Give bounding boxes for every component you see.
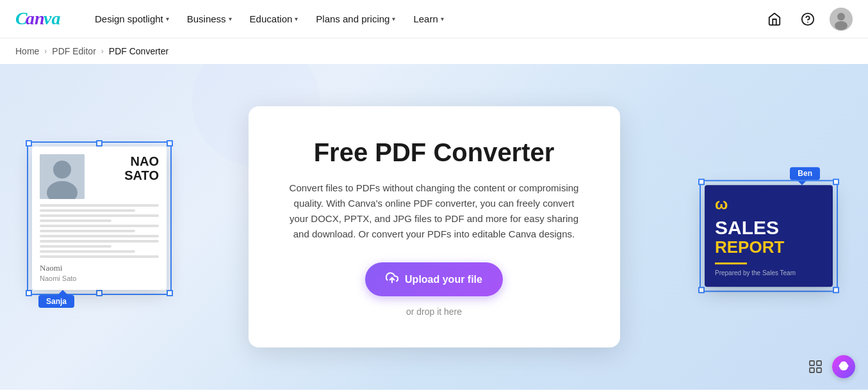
breadcrumb-current: PDF Converter: [109, 46, 168, 56]
breadcrumb-separator-2: ›: [101, 47, 104, 56]
pages-icon-button[interactable]: [804, 355, 827, 378]
breadcrumb-separator: ›: [44, 47, 47, 56]
nav-item-education[interactable]: Education ▾: [242, 8, 306, 29]
nav-item-plans-pricing[interactable]: Plans and pricing ▾: [308, 8, 403, 29]
svg-point-9: [53, 161, 71, 179]
home-button[interactable]: [763, 8, 786, 31]
chevron-down-icon: ▾: [295, 15, 298, 22]
doc-content-lines: [40, 204, 159, 258]
right-document-container: Ben ω SALES REPORT Prepared by the Sales…: [705, 167, 833, 287]
svg-rect-13: [817, 361, 821, 365]
svg-text:an: an: [26, 8, 45, 28]
doc-name-line1: NAO: [95, 154, 159, 168]
right-document: ω SALES REPORT Prepared by the Sales Tea…: [705, 185, 833, 287]
converter-description: Convert files to PDFs without changing t…: [284, 180, 584, 242]
chevron-down-icon: ▾: [166, 15, 169, 22]
doc-name-line2: SATO: [95, 168, 159, 182]
svg-rect-14: [810, 368, 814, 372]
hero-section: NAO SATO: [0, 64, 868, 390]
nav-right: [763, 8, 853, 31]
upload-icon: [386, 271, 398, 287]
help-button[interactable]: [796, 8, 819, 31]
document-photo: [40, 154, 85, 199]
doc-signature: Naomi: [40, 263, 159, 273]
breadcrumb-home[interactable]: Home: [15, 46, 39, 56]
right-doc-subtitle: Prepared by the Sales Team: [715, 269, 823, 276]
brand-logo[interactable]: C an va: [15, 8, 67, 31]
left-document-container: NAO SATO: [32, 147, 167, 308]
nav-item-design-spotlight[interactable]: Design spotlight ▾: [87, 8, 177, 29]
breadcrumb: Home › PDF Editor › PDF Converter: [0, 38, 868, 64]
navbar: C an va Design spotlight ▾ Business ▾ Ed…: [0, 0, 868, 38]
ben-collaborator: Ben: [705, 167, 820, 180]
chevron-down-icon: ▾: [229, 15, 232, 22]
doc-author: Naomi Sato: [40, 275, 159, 282]
right-doc-logo: ω: [715, 195, 823, 213]
upload-button-label: Upload your file: [405, 274, 482, 285]
nav-item-business[interactable]: Business ▾: [179, 8, 240, 29]
right-doc-title-line1: SALES: [715, 217, 823, 238]
avatar[interactable]: [830, 8, 853, 31]
nav-item-learn[interactable]: Learn ▾: [405, 8, 451, 29]
chevron-down-icon: ▾: [392, 15, 395, 22]
ai-assistant-button[interactable]: [832, 355, 855, 378]
chevron-down-icon: ▾: [441, 15, 444, 22]
upload-button[interactable]: Upload your file: [365, 262, 503, 296]
nav-items: Design spotlight ▾ Business ▾ Education …: [87, 8, 763, 29]
svg-text:va: va: [44, 8, 60, 28]
sanja-collaborator: Sanja: [38, 295, 167, 308]
svg-rect-12: [810, 361, 814, 365]
breadcrumb-pdf-editor[interactable]: PDF Editor: [52, 46, 95, 56]
left-document: NAO SATO: [32, 147, 167, 290]
svg-point-7: [835, 21, 848, 30]
converter-title: Free PDF Converter: [284, 137, 584, 168]
ben-tag: Ben: [790, 167, 820, 180]
svg-point-6: [837, 13, 845, 20]
svg-rect-15: [817, 368, 821, 372]
sanja-tag: Sanja: [38, 295, 74, 308]
drop-hint: or drop it here: [284, 307, 584, 317]
converter-card: Free PDF Converter Convert files to PDFs…: [249, 106, 620, 347]
right-doc-title-line2: REPORT: [715, 238, 823, 257]
